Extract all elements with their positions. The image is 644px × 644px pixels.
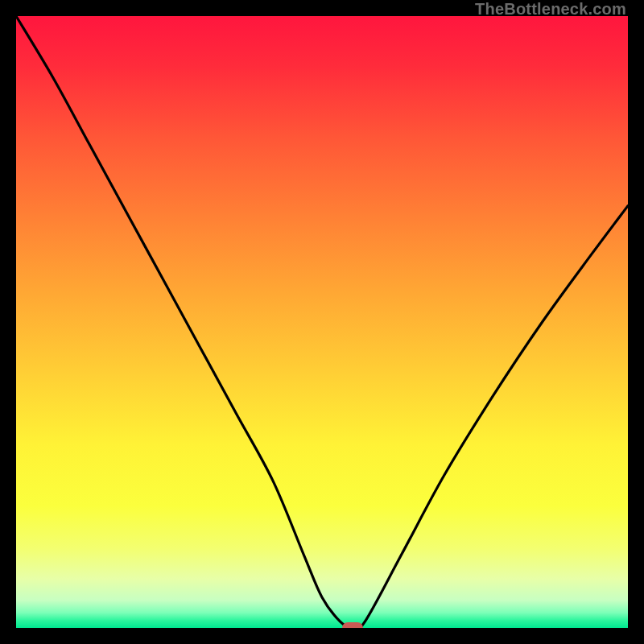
plot-area	[16, 16, 628, 628]
bottleneck-curve	[16, 16, 628, 628]
chart-frame: TheBottleneck.com	[0, 0, 644, 644]
optimal-point-marker	[342, 622, 363, 628]
